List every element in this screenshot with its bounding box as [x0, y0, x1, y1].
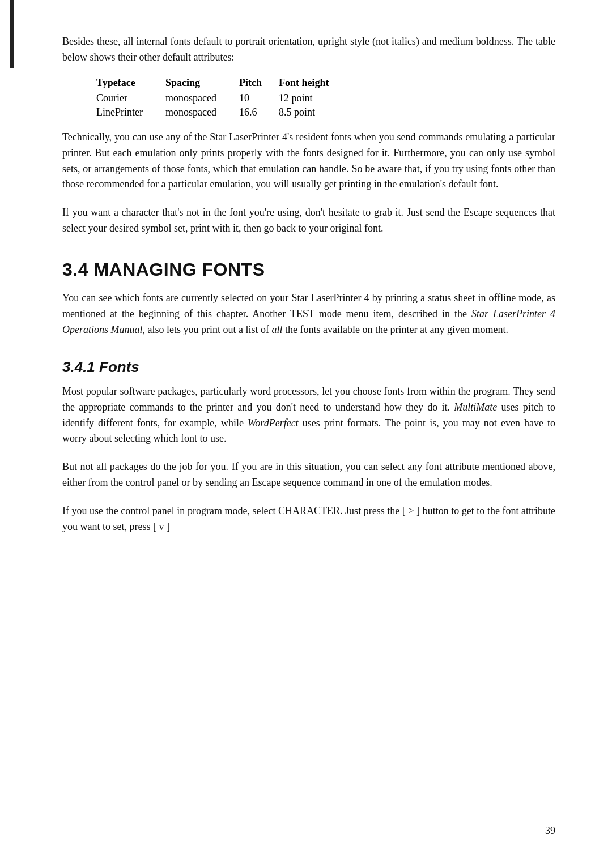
subsection-number: 3.4.1: [62, 358, 95, 375]
table-header-spacing: Spacing: [165, 76, 239, 91]
bottom-divider: [57, 820, 431, 820]
table-row: LinePrinter monospaced 16.6 8.5 point: [96, 105, 351, 119]
table-cell-spacing-2: monospaced: [165, 105, 239, 119]
section-number: 3.4: [62, 259, 88, 280]
subsection-paragraph-2: But not all packages do the job for you.…: [62, 459, 555, 491]
section-body-end: also lets you print out a list of: [145, 324, 271, 335]
subsection-title-text: Fonts: [99, 358, 139, 375]
bottom-area: 39: [57, 820, 555, 837]
subsection-paragraph-1: Most popular software packages, particul…: [62, 384, 555, 447]
table-cell-spacing-1: monospaced: [165, 91, 239, 105]
section-body-final: the fonts available on the printer at an…: [283, 324, 508, 335]
intro-paragraph: Besides these, all internal fonts defaul…: [62, 34, 555, 66]
section-3-4-body: You can see which fonts are currently se…: [62, 290, 555, 338]
left-bar-decoration: [10, 0, 14, 68]
section-body-all-italic: all: [271, 324, 282, 335]
font-attributes-table: Typeface Spacing Pitch Font height Couri…: [96, 76, 351, 119]
sub-p1-italic2: WordPerfect: [248, 417, 299, 429]
section-title-text: MANAGING FONTS: [94, 259, 265, 280]
table-cell-typeface-1: Courier: [96, 91, 165, 105]
body-paragraph-1: Technically, you can use any of the Star…: [62, 130, 555, 193]
table-cell-pitch-1: 10: [239, 91, 279, 105]
subsection-paragraph-3: If you use the control panel in program …: [62, 503, 555, 535]
table-header-pitch: Pitch: [239, 76, 279, 91]
table-cell-height-2: 8.5 point: [279, 105, 352, 119]
subsection-heading-3-4-1: 3.4.1 Fonts: [62, 358, 555, 376]
table-cell-pitch-2: 16.6: [239, 105, 279, 119]
table-row: Courier monospaced 10 12 point: [96, 91, 351, 105]
page-number-row: 39: [57, 825, 555, 837]
table-header-typeface: Typeface: [96, 76, 165, 91]
page-number: 39: [545, 825, 555, 837]
page: Besides these, all internal fonts defaul…: [0, 0, 612, 868]
table-cell-height-1: 12 point: [279, 91, 352, 105]
table-cell-typeface-2: LinePrinter: [96, 105, 165, 119]
section-heading-3-4: 3.4 MANAGING FONTS: [62, 259, 555, 280]
table-header-fontheight: Font height: [279, 76, 352, 91]
body-paragraph-2: If you want a character that's not in th…: [62, 205, 555, 237]
sub-p1-italic1: MultiMate: [454, 401, 497, 413]
